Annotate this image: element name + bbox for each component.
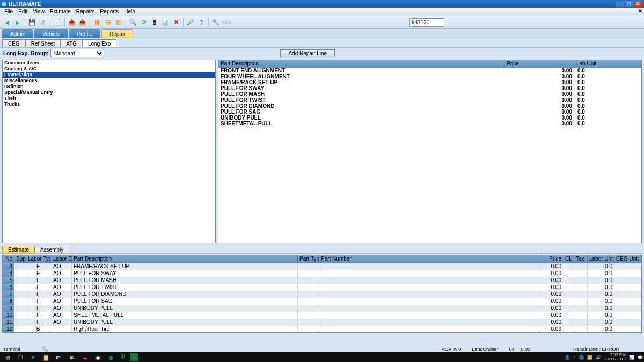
parts-row[interactable]: FRAME/RACK SET UP0.000.0 [218,79,641,85]
layout2-icon[interactable]: ▤ [103,18,113,27]
parts-row[interactable]: PULL FOR DIAMOND0.000.0 [218,103,641,109]
estimate-row[interactable]: 11FAOUNIBODY PULL0.000.0 [3,319,641,326]
estimate-row[interactable]: 5FAOPULL FOR MASH0.000.0 [3,277,641,284]
mdi-close-button[interactable]: ✕ [638,8,642,14]
estimate-row[interactable]: 7FAOPULL FOR DIAMOND0.000.0 [3,291,641,298]
search-footer-icon[interactable]: 🔍 [42,346,48,352]
ecol-cl[interactable]: CL [564,255,574,263]
category-list[interactable]: Common ItemsCooling & A/CFrame/AlignMisc… [2,60,216,243]
start-button[interactable]: ⊞ [1,353,14,361]
app1-icon[interactable]: ☁ [78,353,91,361]
btab-assembly[interactable]: Assembly [34,246,69,253]
back-icon[interactable]: ◄ [2,18,12,27]
search-input[interactable] [409,18,444,27]
close-button[interactable]: ✕ [634,1,642,7]
minimize-button[interactable]: — [616,1,624,7]
calc-icon[interactable]: 🖩 [150,18,159,27]
ecol-tax[interactable]: Tax [574,255,588,263]
col-lab-unit[interactable]: Lab Unit [574,60,641,68]
app2-icon[interactable]: ◎ [104,353,117,361]
parts-row[interactable]: PULL FOR SAG0.000.0 [218,109,641,115]
menu-repairs[interactable]: Repairs [74,9,97,14]
menu-help[interactable]: Help [121,9,138,14]
estimate-body[interactable]: 3FAOFRAME/RACK SET UP0.000.04FAOPULL FOR… [3,263,641,332]
ecol-no[interactable]: No [3,255,14,263]
estimate-row[interactable]: 6FAOPULL FOR TWIST0.000.0 [3,284,641,291]
estimate-row[interactable]: 3FAOFRAME/RACK SET UP0.000.0 [3,263,641,270]
tab-profile[interactable]: Profile [69,29,100,38]
category-item[interactable]: Cooling & A/C [3,66,215,72]
new-icon[interactable]: 📄 [53,18,62,27]
category-item[interactable]: Theft [3,95,215,101]
category-item[interactable]: Refinish [3,84,215,90]
tray-vol-icon[interactable]: 🔊 [596,355,601,360]
import-icon[interactable]: 📥 [67,18,77,27]
subtab-longexp[interactable]: Long Exp [82,39,116,47]
category-item[interactable]: Miscellaneous [3,78,215,84]
category-item[interactable]: Frame/Align [3,72,215,78]
parts-row[interactable]: PULL FOR SWAY0.000.0 [218,85,641,91]
app3-icon[interactable]: Ⓤ [117,353,130,361]
print-icon[interactable]: 🖨 [38,18,48,27]
forward-icon[interactable]: ► [13,18,23,27]
parts-row[interactable]: FOUR WHEEL ALIGNMENT0.000.0 [218,73,641,79]
ecol-sup[interactable]: Sup [14,255,26,263]
col-part-description[interactable]: Part Description [218,60,504,68]
tab-admin[interactable]: Admin [2,29,33,38]
tray-net-icon[interactable]: 🌐 [579,355,584,360]
parts-row[interactable]: PULL FOR MASH0.000.0 [218,91,641,97]
export-icon[interactable]: 📤 [78,18,87,27]
parts-row[interactable]: FRONT END ALIGNMENT0.000.0 [218,68,641,73]
tray-clock[interactable]: 7:52 PM 23/11/2019 [604,353,626,361]
zoom-icon[interactable]: 🔍 [128,18,138,27]
menu-file[interactable]: File [2,9,16,14]
systray[interactable]: 👤 ^ 🌐 📶 🔊 7:52 PM 23/11/2019 📊 💬 [565,353,643,361]
category-item[interactable]: Trucks [3,101,215,107]
add-repair-line-button[interactable]: Add Repair Line [280,49,335,57]
ecol-pnum[interactable]: Part Number [319,255,539,263]
tray-up-icon[interactable]: ^ [573,355,575,360]
chrome-icon[interactable]: ◉ [91,353,104,361]
subtab-atg[interactable]: ATG [60,39,83,47]
maximize-button[interactable]: □ [625,1,633,7]
ecol-labor-type[interactable]: Labor Type [26,255,50,263]
excel-icon[interactable]: x [130,353,138,361]
estimate-row[interactable]: 12BRight Rear Tire0.000.0 [3,326,641,332]
estimate-row[interactable]: 8FAOPULL FOR SAG0.000.0 [3,298,641,305]
menu-view[interactable]: View [30,9,47,14]
estimate-row[interactable]: 9FAOUNIBODY PULL0.000.0 [3,305,641,312]
tray-people-icon[interactable]: 👤 [565,355,570,360]
subtab-refsheet[interactable]: Ref Sheet [25,39,61,47]
ecol-ptype[interactable]: Part Type [298,255,319,263]
tray-chart-icon[interactable]: 📊 [629,355,634,360]
parts-grid-body[interactable]: FRONT END ALIGNMENT0.000.0FOUR WHEEL ALI… [218,68,641,243]
layout1-icon[interactable]: ▦ [92,18,102,27]
category-item[interactable]: Special/Manual Entry [3,90,215,95]
edge-icon[interactable]: e [27,353,40,361]
taskview-icon[interactable]: ☐ [14,353,27,361]
ecol-ceg[interactable]: CEG Unit [614,255,641,263]
btab-estimate[interactable]: Estimate [2,246,35,253]
group-select[interactable]: Standard [50,49,104,57]
menu-estimate[interactable]: Estimate [47,9,74,14]
parts-row[interactable]: UNIBODY PULL0.000.0 [218,115,641,121]
ecol-desc[interactable]: Part Description [72,255,298,263]
parts-row[interactable]: PULL FOR TWIST0.000.0 [218,97,641,103]
help-icon[interactable]: ? [196,18,206,27]
parts-row[interactable]: SHEETMETAL PULL0.000.0 [218,121,641,127]
tab-repair[interactable]: Repair [101,29,133,38]
explorer-icon[interactable]: ▇ [40,353,53,361]
sheet-icon[interactable]: 📊 [160,18,170,27]
save-icon[interactable]: 💾 [27,18,37,27]
delete-icon[interactable]: ✖ [171,18,181,27]
tray-notif-icon[interactable]: 💬 [638,355,643,360]
layout3-icon[interactable]: ▥ [114,18,123,27]
tools-icon[interactable]: 🔧 [211,18,221,27]
subtab-ceg[interactable]: CEG [2,39,26,47]
tray-wifi-icon[interactable]: 📶 [587,355,592,360]
store-icon[interactable]: 🛍 [53,353,65,361]
category-item[interactable]: Common Items [3,60,215,66]
ecol-price[interactable]: Price [539,255,564,263]
menu-reports[interactable]: Reports [97,9,121,14]
estimate-row[interactable]: 4FAOPULL FOR SWAY0.000.0 [3,270,641,277]
